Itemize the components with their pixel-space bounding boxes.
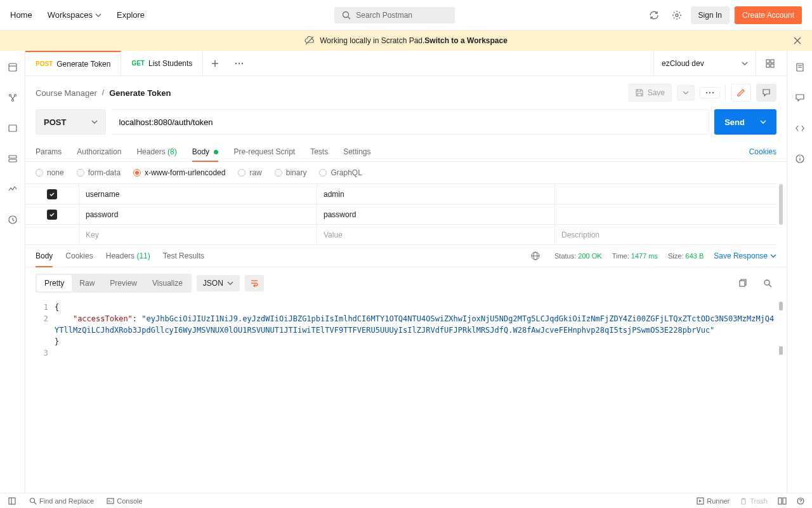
tab-tests[interactable]: Tests xyxy=(310,142,328,161)
resp-tab-cookies[interactable]: Cookies xyxy=(65,245,93,267)
tab-body[interactable]: Body xyxy=(192,142,219,161)
view-raw[interactable]: Raw xyxy=(72,275,102,291)
environment-selector[interactable]: ezCloud dev xyxy=(653,51,787,76)
value-cell[interactable]: Value xyxy=(317,225,554,244)
response-body-viewer[interactable]: 1 2 3 { "accessToken": "eyJhbGciOiJIUzI1… xyxy=(25,299,787,361)
tabs-more-button[interactable] xyxy=(227,62,251,65)
topbar: Home Workspaces Explore Search Postman S… xyxy=(0,0,812,30)
desc-cell[interactable] xyxy=(554,184,776,204)
radio-raw[interactable]: raw xyxy=(238,168,261,177)
language-label: JSON xyxy=(203,279,223,288)
code-content: { "accessToken": "eyJhbGciOiJIUzI1NiJ9.e… xyxy=(55,302,776,359)
http-method-select[interactable]: POST xyxy=(36,109,106,135)
value-cell[interactable]: admin xyxy=(317,184,554,204)
chevron-down-icon xyxy=(742,60,748,67)
scrollbar[interactable] xyxy=(779,184,783,225)
radio-binary[interactable]: binary xyxy=(275,168,307,177)
mock-servers-icon[interactable] xyxy=(4,150,22,168)
view-pretty[interactable]: Pretty xyxy=(37,275,72,291)
status-value: 200 OK xyxy=(578,252,601,260)
nav-workspaces[interactable]: Workspaces xyxy=(48,10,102,20)
radio-formdata[interactable]: form-data xyxy=(77,168,121,177)
svg-line-1 xyxy=(348,17,351,19)
request-more-button[interactable] xyxy=(700,87,720,98)
svg-point-17 xyxy=(235,62,237,64)
svg-point-39 xyxy=(799,156,801,157)
code-icon[interactable] xyxy=(791,119,809,137)
copy-icon[interactable] xyxy=(733,274,751,292)
comments-icon[interactable] xyxy=(791,89,809,107)
settings-icon[interactable] xyxy=(668,6,686,24)
tab-settings[interactable]: Settings xyxy=(343,142,370,161)
signin-button[interactable]: Sign In xyxy=(691,6,730,24)
comments-button[interactable] xyxy=(756,84,776,102)
cookies-link[interactable]: Cookies xyxy=(749,142,776,161)
language-select[interactable]: JSON xyxy=(197,275,240,291)
save-dropdown[interactable] xyxy=(677,85,695,100)
two-pane-icon[interactable] xyxy=(778,497,787,505)
network-icon[interactable] xyxy=(527,247,544,265)
save-response-button[interactable]: Save Response xyxy=(714,251,776,260)
view-visualize[interactable]: Visualize xyxy=(145,275,190,291)
key-cell[interactable]: username xyxy=(79,184,317,204)
resp-tab-body[interactable]: Body xyxy=(36,245,53,267)
save-button[interactable]: Save xyxy=(628,84,672,102)
resp-tab-test-results[interactable]: Test Results xyxy=(163,245,204,267)
find-replace-button[interactable]: Find and Replace xyxy=(29,497,94,505)
row-checkbox[interactable] xyxy=(47,210,57,220)
help-icon[interactable] xyxy=(797,497,804,505)
tab-generate-token[interactable]: POST Generate Token xyxy=(25,51,121,76)
close-icon[interactable] xyxy=(793,36,802,45)
chevron-down-icon xyxy=(227,280,233,286)
console-button[interactable]: Console xyxy=(107,497,142,505)
value-cell[interactable]: password xyxy=(317,204,554,224)
tab-prerequest[interactable]: Pre-request Script xyxy=(233,142,295,161)
status-label: Status: xyxy=(554,252,576,260)
nav-explore[interactable]: Explore xyxy=(117,10,145,20)
svg-point-49 xyxy=(800,502,801,503)
environment-quick-look-icon[interactable] xyxy=(761,55,779,72)
viewer-controls: Pretty Raw Preview Visualize JSON xyxy=(25,267,787,299)
tab-list-students[interactable]: GET List Students xyxy=(121,51,203,76)
collections-icon[interactable] xyxy=(4,58,22,76)
tab-authorization[interactable]: Authorization xyxy=(77,142,121,161)
radio-none[interactable]: none xyxy=(36,168,64,177)
documentation-icon[interactable] xyxy=(791,58,809,76)
key-cell[interactable]: Key xyxy=(79,225,317,244)
breadcrumb-collection[interactable]: Course Manager xyxy=(36,88,97,98)
resp-tab-headers[interactable]: Headers (11) xyxy=(106,245,150,267)
info-icon[interactable] xyxy=(791,150,809,168)
monitors-icon[interactable] xyxy=(4,180,22,198)
svg-line-33 xyxy=(769,284,771,287)
switch-workspace-link[interactable]: Switch to a Workspace xyxy=(424,36,507,45)
radio-urlencoded[interactable]: x-www-form-urlencoded xyxy=(133,168,225,177)
view-preview[interactable]: Preview xyxy=(102,275,145,291)
send-button[interactable]: Send xyxy=(714,109,776,135)
history-icon[interactable] xyxy=(4,211,22,229)
sync-icon[interactable] xyxy=(645,6,663,24)
trash-button[interactable]: Trash xyxy=(740,497,768,505)
edit-button[interactable] xyxy=(731,84,751,102)
tab-params[interactable]: Params xyxy=(36,142,62,161)
url-input[interactable] xyxy=(111,109,709,135)
environments-icon[interactable] xyxy=(4,119,22,137)
create-account-button[interactable]: Create Account xyxy=(735,6,802,24)
scrollbar[interactable] xyxy=(779,302,783,311)
desc-cell[interactable]: Description xyxy=(554,225,776,244)
svg-point-25 xyxy=(709,92,710,93)
new-tab-button[interactable] xyxy=(203,59,227,68)
search-input[interactable]: Search Postman xyxy=(334,7,455,23)
request-tabbar: POST Generate Token GET List Students ez… xyxy=(25,51,787,76)
scrollbar[interactable] xyxy=(779,346,783,355)
row-checkbox[interactable] xyxy=(47,189,57,199)
wrap-lines-button[interactable] xyxy=(245,275,264,291)
radio-graphql[interactable]: GraphQL xyxy=(319,168,362,177)
runner-button[interactable]: Runner xyxy=(697,497,730,505)
apis-icon[interactable] xyxy=(4,89,22,107)
search-response-icon[interactable] xyxy=(759,274,776,292)
sidebar-toggle-icon[interactable] xyxy=(8,497,16,505)
nav-home[interactable]: Home xyxy=(10,10,32,20)
tab-headers[interactable]: Headers (8) xyxy=(136,142,176,161)
desc-cell[interactable] xyxy=(554,204,776,224)
key-cell[interactable]: password xyxy=(79,204,317,224)
